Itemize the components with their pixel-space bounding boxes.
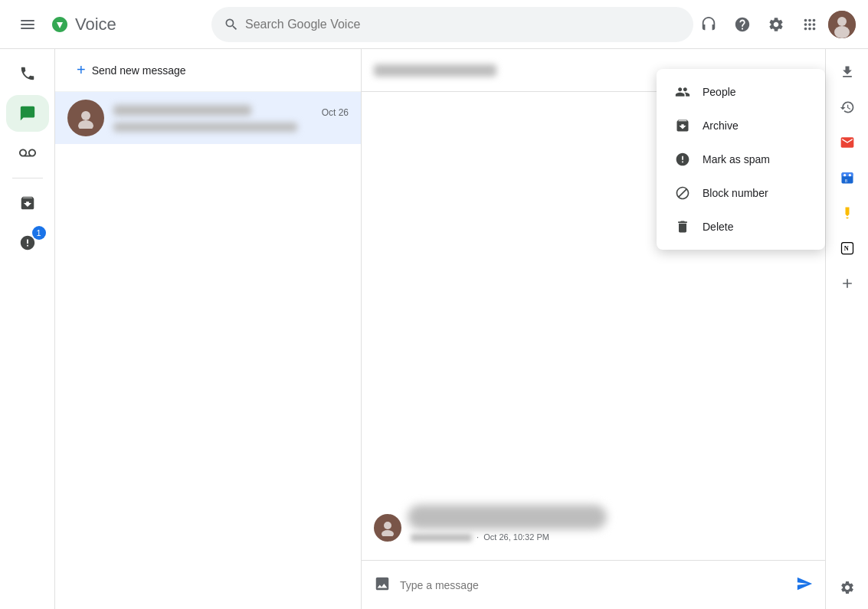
menu-item-delete-label: Delete (703, 221, 733, 233)
menu-item-archive-label: Archive (703, 120, 739, 132)
app-settings-bottom-button[interactable] (832, 572, 863, 603)
conv-date: Oct 26 (322, 107, 349, 118)
message-bubble-blurred (408, 505, 607, 529)
message-group: · Oct 26, 10:32 PM (374, 505, 813, 542)
app-header: Voice (0, 0, 868, 49)
conversation-item[interactable]: Oct 26 (55, 92, 361, 144)
plus-icon: + (77, 61, 86, 79)
app-calendar-button[interactable]: 8 (832, 162, 863, 193)
compose-area (362, 560, 825, 609)
settings-button[interactable] (761, 9, 791, 40)
new-message-button[interactable]: + Send new message (67, 55, 195, 85)
context-menu: People Archive Mark as spam Block number (657, 69, 825, 250)
conv-info: Oct 26 (113, 105, 349, 132)
message-bubble-wrap: · Oct 26, 10:32 PM (408, 505, 607, 542)
sidebar-item-messages[interactable] (6, 95, 49, 132)
conv-name-row: Oct 26 (113, 105, 349, 118)
apps-button[interactable] (794, 9, 825, 40)
content-header-name-blurred (374, 64, 496, 77)
conv-avatar (67, 100, 104, 136)
app-keep-button[interactable] (832, 198, 863, 228)
header-left: Voice (12, 9, 211, 40)
app-history-button[interactable] (832, 92, 863, 123)
header-right (693, 9, 856, 40)
app-title: Voice (75, 15, 116, 34)
svg-point-6 (81, 111, 90, 120)
conv-list-header: + Send new message (55, 49, 361, 92)
archive-icon (675, 118, 690, 133)
conversation-list: + Send new message Oct 26 (55, 49, 362, 609)
spam-badge: 1 (32, 226, 46, 240)
msg-timestamp: Oct 26, 10:32 PM (483, 532, 549, 542)
app-notion-button[interactable]: N (832, 233, 863, 264)
svg-rect-0 (21, 20, 34, 21)
send-button[interactable] (796, 575, 813, 595)
help-button[interactable] (727, 9, 758, 40)
app-download-button[interactable] (832, 57, 863, 87)
sidebar-item-spam[interactable]: 1 (6, 224, 49, 261)
image-attach-icon[interactable] (374, 575, 391, 595)
svg-point-9 (382, 530, 394, 536)
menu-item-people[interactable]: People (657, 75, 825, 109)
svg-point-12 (843, 174, 846, 176)
svg-point-4 (837, 17, 847, 26)
new-message-label: Send new message (92, 64, 186, 77)
menu-item-block-label: Block number (703, 187, 768, 199)
spam-icon (675, 152, 690, 167)
user-avatar[interactable] (828, 11, 856, 38)
svg-rect-11 (841, 172, 853, 176)
svg-text:8: 8 (844, 178, 847, 183)
menu-item-block[interactable]: Block number (657, 176, 825, 210)
svg-point-8 (384, 522, 391, 529)
search-bar[interactable] (211, 7, 693, 42)
svg-rect-2 (21, 28, 34, 29)
delete-icon (675, 219, 690, 234)
message-avatar (374, 514, 401, 542)
menu-item-people-label: People (703, 86, 736, 98)
search-input[interactable] (245, 18, 681, 31)
menu-item-spam[interactable]: Mark as spam (657, 142, 825, 176)
conv-preview-blurred (113, 123, 297, 132)
svg-point-13 (848, 174, 850, 176)
menu-button[interactable] (12, 9, 43, 40)
menu-item-archive[interactable]: Archive (657, 109, 825, 142)
menu-item-spam-label: Mark as spam (703, 153, 770, 165)
menu-item-delete[interactable]: Delete (657, 210, 825, 244)
svg-point-5 (834, 26, 850, 38)
app-sidebar: 8 N (825, 49, 868, 609)
app-gmail-button[interactable] (832, 127, 863, 158)
sidebar-divider (12, 178, 43, 178)
svg-point-7 (78, 120, 93, 129)
sidebar-item-voicemail[interactable] (6, 135, 49, 172)
app-add-button[interactable] (832, 268, 863, 299)
sidebar-item-calls[interactable] (6, 55, 49, 92)
left-sidebar: 1 (0, 49, 55, 609)
headset-button[interactable] (693, 9, 724, 40)
message-time: · Oct 26, 10:32 PM (408, 532, 607, 542)
voice-logo: Voice (49, 14, 116, 35)
sidebar-item-archive[interactable] (6, 185, 49, 221)
conv-name-blurred (113, 105, 251, 116)
people-icon (675, 84, 690, 100)
compose-input[interactable] (400, 579, 787, 591)
block-icon (675, 185, 690, 201)
svg-text:N: N (843, 245, 848, 252)
svg-rect-1 (21, 24, 34, 25)
